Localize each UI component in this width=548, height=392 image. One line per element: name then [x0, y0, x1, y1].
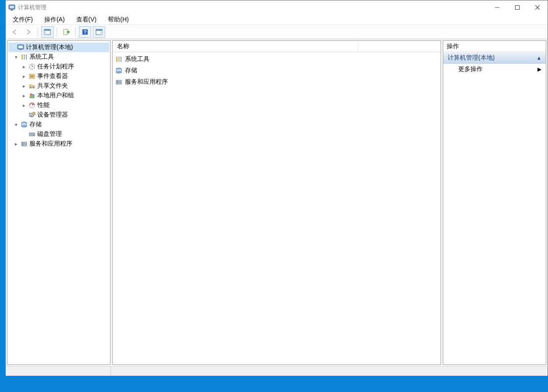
svg-point-30: [30, 86, 32, 88]
performance-icon: [28, 102, 36, 109]
menu-help[interactable]: 帮助(H): [104, 15, 132, 25]
tree-node-label: 本地用户和组: [37, 92, 74, 100]
svg-point-48: [22, 143, 23, 143]
action-item-label: 更多操作: [458, 65, 483, 73]
svg-rect-9: [44, 29, 50, 31]
list-header[interactable]: 名称: [113, 41, 441, 52]
navigation-tree[interactable]: 计算机管理(本地) ▾ 系统工具 ▸ 任务计划程序: [7, 41, 110, 364]
tree-node-storage[interactable]: ▾ 存储: [8, 120, 109, 129]
svg-rect-56: [116, 80, 121, 82]
svg-rect-38: [30, 116, 33, 117]
svg-point-58: [117, 81, 118, 82]
svg-rect-39: [33, 112, 35, 115]
chevron-right-icon[interactable]: ▸: [21, 103, 27, 108]
storage-icon: [115, 67, 122, 74]
list-item-label: 存储: [125, 67, 137, 75]
forward-button[interactable]: [22, 26, 35, 38]
back-button[interactable]: [8, 26, 21, 38]
disk-management-icon: [28, 131, 36, 138]
collapse-icon[interactable]: ▲: [537, 55, 541, 61]
system-tools-icon: [115, 56, 122, 63]
chevron-down-icon[interactable]: ▾: [14, 122, 19, 128]
shared-folders-icon: [28, 82, 36, 89]
chevron-right-icon[interactable]: ▸: [21, 64, 27, 70]
tree-node-device-manager[interactable]: 设备管理器: [8, 110, 109, 120]
event-viewer-icon: [28, 73, 36, 80]
svg-rect-19: [19, 49, 22, 50]
toolbar: ?: [6, 25, 548, 39]
tree-node-shared-folders[interactable]: ▸ 共享文件夹: [8, 81, 109, 91]
menubar: 文件(F) 操作(A) 查看(V) 帮助(H): [6, 14, 548, 25]
list-body[interactable]: 系统工具 存储 服务和应用程序: [113, 52, 441, 364]
svg-rect-18: [18, 46, 23, 48]
tree-node-event-viewer[interactable]: ▸ 事件查看器: [8, 71, 109, 81]
statusbar: [6, 366, 548, 376]
close-button[interactable]: [527, 1, 548, 14]
column-header-name[interactable]: 名称: [113, 41, 358, 52]
client-area: 计算机管理(本地) ▾ 系统工具 ▸ 任务计划程序: [6, 39, 548, 366]
svg-rect-21: [24, 54, 25, 60]
action-panel: 操作 计算机管理(本地) ▲ 更多操作 ▶: [443, 40, 546, 365]
list-item-storage[interactable]: 存储: [114, 65, 439, 76]
tree-node-services-apps[interactable]: ▸ 服务和应用程序: [8, 139, 109, 149]
tree-node-local-users[interactable]: ▸ 本地用户和组: [8, 91, 109, 100]
svg-point-42: [21, 125, 27, 127]
toolbar-separator: [57, 27, 57, 37]
svg-rect-2: [11, 9, 13, 10]
chevron-right-icon[interactable]: ▸: [21, 93, 27, 99]
menu-action[interactable]: 操作(A): [41, 15, 68, 25]
chevron-right-icon[interactable]: ▸: [21, 83, 27, 89]
tree-node-disk-management[interactable]: 磁盘管理: [8, 129, 109, 139]
list-item-label: 系统工具: [125, 55, 149, 63]
list-item-label: 服务和应用程序: [125, 78, 168, 86]
services-apps-icon: [115, 78, 122, 86]
chevron-right-icon[interactable]: ▸: [14, 141, 19, 147]
tree-panel: 计算机管理(本地) ▾ 系统工具 ▸ 任务计划程序: [7, 40, 110, 365]
svg-point-32: [30, 93, 32, 96]
chevron-down-icon[interactable]: ▾: [14, 54, 19, 60]
svg-rect-46: [21, 142, 27, 144]
action-section-header[interactable]: 计算机管理(本地) ▲: [443, 52, 546, 64]
clock-icon: [28, 63, 36, 70]
svg-rect-52: [121, 57, 121, 62]
list-item-services-apps[interactable]: 服务和应用程序: [114, 76, 439, 88]
tree-node-performance[interactable]: ▸ 性能: [8, 100, 109, 110]
tree-node-label: 存储: [29, 121, 42, 128]
chevron-right-icon[interactable]: ▸: [21, 74, 27, 79]
device-manager-icon: [28, 111, 36, 118]
menu-view[interactable]: 查看(V): [73, 15, 100, 25]
chevron-right-icon: ▶: [537, 66, 541, 72]
desktop-left-edge: 费 …: [0, 0, 5, 392]
svg-point-33: [32, 94, 35, 96]
svg-rect-3: [10, 10, 14, 11]
window-title: 计算机管理: [18, 4, 46, 11]
svg-rect-50: [116, 57, 117, 62]
minimize-button[interactable]: [487, 1, 507, 14]
tree-node-label: 磁盘管理: [37, 130, 62, 138]
list-item-system-tools[interactable]: 系统工具: [114, 53, 439, 65]
tree-node-root[interactable]: 计算机管理(本地): [8, 43, 109, 52]
tree-node-label: 共享文件夹: [37, 82, 68, 90]
help-button[interactable]: ?: [79, 26, 91, 38]
svg-point-45: [33, 135, 34, 135]
list-panel: 名称 系统工具 存储: [112, 40, 441, 365]
svg-rect-10: [44, 31, 46, 35]
tree-node-system-tools[interactable]: ▾ 系统工具: [8, 52, 109, 62]
export-list-button[interactable]: [60, 26, 72, 38]
show-hide-action-pane-button[interactable]: [93, 26, 105, 38]
svg-point-49: [22, 145, 23, 146]
menu-file[interactable]: 文件(F): [9, 15, 36, 25]
titlebar[interactable]: 计算机管理: [6, 0, 548, 14]
svg-rect-44: [29, 133, 35, 134]
tree-node-label: 任务计划程序: [37, 63, 74, 71]
tree-node-label: 服务和应用程序: [29, 140, 72, 148]
maximize-button[interactable]: [507, 1, 527, 14]
svg-rect-15: [96, 29, 102, 31]
tree-node-task-scheduler[interactable]: ▸ 任务计划程序: [8, 62, 109, 71]
tree-node-label: 系统工具: [29, 53, 54, 61]
action-section-title: 计算机管理(本地): [448, 54, 495, 62]
action-more[interactable]: 更多操作 ▶: [443, 64, 546, 75]
svg-point-55: [116, 71, 121, 73]
toolbar-separator: [75, 27, 76, 37]
show-hide-tree-button[interactable]: [41, 26, 53, 38]
